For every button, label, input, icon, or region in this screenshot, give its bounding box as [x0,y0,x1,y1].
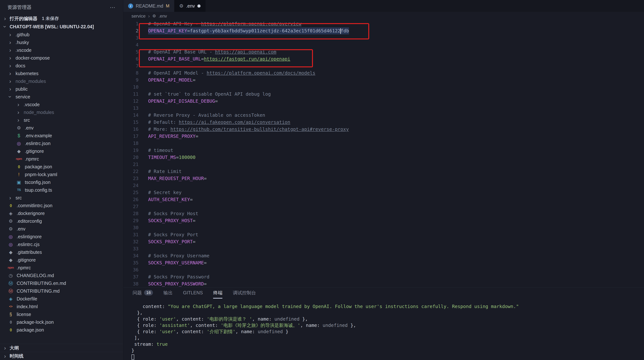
code-line-5[interactable]: 5# OpenAI API Base URL - https://api.ope… [123,48,644,55]
code-line-22[interactable]: 22# Rate Limit [123,168,644,175]
code-line-32[interactable]: 32SOCKS_PROXY_PORT= [123,238,644,245]
tree-file-.commitlintrc.json[interactable]: {}.commitlintrc.json [0,202,123,209]
tree-folder-node_modules[interactable]: ›node_modules [0,77,123,85]
panel-tab-terminal[interactable]: 终端 [213,288,222,299]
code-line-28[interactable]: 28# Socks Proxy Host [123,210,644,217]
code-line-20[interactable]: 20TIMEOUT_MS=100000 [123,154,644,161]
chevron-right-icon: › [2,353,8,359]
tree-file-.env[interactable]: ⚙.env [0,225,123,233]
code-line-38[interactable]: 38SOCKS_PROXY_PASSWORD= [123,281,644,287]
timeline-section[interactable]: › 时间线 [0,352,123,360]
project-section[interactable]: › CHATGPT-WEB [WSL: UBUNTU-22.04] [0,22,123,31]
code-line-2[interactable]: 2OPENAI_API_KEY=fastgpt-y6b3axfbdd5wyp01… [123,27,644,34]
tree-folder-src[interactable]: ›src [0,194,123,202]
code-line-11[interactable]: 11# set `true` to disable OpenAI API deb… [123,91,644,98]
line-number: 7 [123,62,138,69]
tree-folder-.vscode[interactable]: ›.vscode [0,101,123,108]
tree-folder-public[interactable]: ›public [0,85,123,93]
terminal-output[interactable]: content: "You are ChatGPT, a large langu… [123,299,644,360]
tree-file-package.json[interactable]: {}package.json [0,326,123,334]
code-line-31[interactable]: 31# Socks Proxy Port [123,231,644,238]
tree-folder-.github[interactable]: ›.github [0,31,123,38]
tree-file-changelog.md[interactable]: ◷CHANGELOG.md [0,272,123,279]
code-line-10[interactable]: 10 [123,84,644,91]
code-line-12[interactable]: 12OPENAI_API_DISABLE_DEBUG= [123,98,644,105]
line-number: 31 [123,231,138,238]
code-line-19[interactable]: 19# timeout [123,147,644,154]
code-line-29[interactable]: 29SOCKS_PROXY_HOST= [123,217,644,224]
tree-file-dockerfile[interactable]: ◈Dockerfile [0,295,123,303]
code-line-6[interactable]: 6OPENAI_API_BASE_URL=https://fastgpt.run… [123,55,644,62]
code-line-35[interactable]: 35SOCKS_PROXY_USERNAME= [123,259,644,266]
panel-tab-output[interactable]: 输出 [163,288,172,299]
code-line-13[interactable]: 13 [123,105,644,112]
code-editor[interactable]: 1# OpenAI API Key - https://platform.ope… [123,20,644,287]
tree-file-.env.example[interactable]: $.env.example [0,132,123,139]
tree-file-package-lock.json[interactable]: {}package-lock.json [0,318,123,326]
tree-folder-docs[interactable]: ›docs [0,62,123,69]
tree-file-.gitignore[interactable]: ◆.gitignore [0,256,123,264]
code-token: SOCKS_PROXY_PORT [148,239,193,244]
code-line-16[interactable]: 16# More: https://github.com/transitive-… [123,126,644,133]
code-line-1[interactable]: 1# OpenAI API Key - https://platform.ope… [123,20,644,27]
tab-env[interactable]: ⚙ .env [174,0,206,12]
code-line-7[interactable]: 7 [123,62,644,69]
code-line-37[interactable]: 37# Socks Proxy Password [123,273,644,281]
tree-file-package.json[interactable]: {}package.json [0,163,123,171]
code-line-15[interactable]: 15# Default: https://ai.fakeopen.com/api… [123,119,644,126]
tree-file-index.html[interactable]: <>index.html [0,303,123,311]
panel-tab-problems[interactable]: 问题16 [132,288,153,299]
code-line-27[interactable]: 27 [123,203,644,210]
tree-file-.npmrc[interactable]: npm.npmrc [0,264,123,272]
code-line-30[interactable]: 30 [123,224,644,231]
tree-file-.dockerignore[interactable]: ◈.dockerignore [0,209,123,217]
tree-file-contributing.en.md[interactable]: ⓂCONTRIBUTING.en.md [0,279,123,287]
code-line-8[interactable]: 8# OpenAI API Model - https://platform.o… [123,69,644,77]
code-line-26[interactable]: 26AUTH_SECRET_KEY= [123,196,644,203]
tree-folder-service[interactable]: ›service [0,93,123,101]
code-line-4[interactable]: 4 [123,41,644,48]
tree-folder-node_modules[interactable]: ›node_modules [0,108,123,116]
panel-tab-gitlens[interactable]: GITLENS [183,288,203,299]
tree-file-tsup.config.ts[interactable]: TStsup.config.ts [0,186,123,194]
panel-tab-debug-console[interactable]: 调试控制台 [233,288,256,299]
tree-file-.editorconfig[interactable]: ⚙.editorconfig [0,217,123,225]
code-line-36[interactable]: 36 [123,266,644,273]
tree-file-.npmrc[interactable]: npm.npmrc [0,155,123,163]
tree-folder-kubernetes[interactable]: ›kubernetes [0,69,123,77]
tree-file-pnpm-lock.yaml[interactable]: !pnpm-lock.yaml [0,171,123,178]
tab-readme[interactable]: i README.md M [123,0,174,12]
tree-folder-.vscode[interactable]: ›.vscode [0,46,123,54]
code-line-33[interactable]: 33 [123,245,644,252]
tree-file-tsconfig.json[interactable]: ▣tsconfig.json [0,178,123,186]
code-token: = [215,98,218,104]
tree-file-license[interactable]: §license [0,311,123,318]
tree-folder-docker-compose[interactable]: ›docker-compose [0,54,123,62]
chevron-right-icon: › [8,47,13,53]
breadcrumb-folder[interactable]: service [132,13,146,19]
tree-file-.env[interactable]: ⚙.env [0,124,123,132]
tree-file-contributing.md[interactable]: ⓂCONTRIBUTING.md [0,287,123,295]
tree-file-.gitattributes[interactable]: ◆.gitattributes [0,248,123,256]
code-line-14[interactable]: 14# Reverse Proxy - Available on accessT… [123,112,644,119]
tree-folder-.husky[interactable]: ›.husky [0,38,123,46]
code-line-18[interactable]: 18 [123,140,644,147]
tree-file-.gitignore[interactable]: ◆.gitignore [0,147,123,155]
tree-file-.eslintrc.json[interactable]: ◎.eslintrc.json [0,139,123,147]
unsaved-dot-icon[interactable] [198,4,200,7]
tree-folder-src[interactable]: ›src [0,116,123,124]
tree-file-.eslintrc.cjs[interactable]: ◎.eslintrc.cjs [0,241,123,248]
code-line-24[interactable]: 24 [123,182,644,189]
code-line-21[interactable]: 21 [123,161,644,168]
code-line-9[interactable]: 9OPENAI_API_MODEL= [123,77,644,84]
more-actions-icon[interactable]: ⋯ [110,4,116,10]
code-line-25[interactable]: 25# Secret key [123,189,644,196]
code-line-17[interactable]: 17API_REVERSE_PROXY= [123,133,644,140]
tree-file-.eslintignore[interactable]: ◎.eslintignore [0,233,123,241]
code-line-3[interactable]: 3 [123,34,644,41]
open-editors-section[interactable]: › 打开的编辑器 1 未保存 [0,14,123,22]
code-line-34[interactable]: 34# Socks Proxy Username [123,252,644,259]
outline-section[interactable]: › 大纲 [0,344,123,352]
code-line-23[interactable]: 23MAX_REQUEST_PER_HOUR= [123,175,644,182]
breadcrumb-file[interactable]: .env [158,13,167,19]
